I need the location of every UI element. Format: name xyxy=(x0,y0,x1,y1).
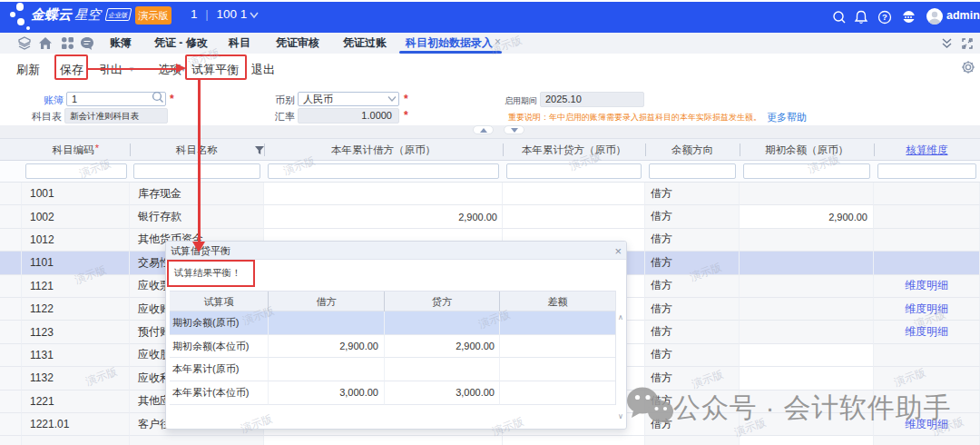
svg-text:?: ? xyxy=(882,12,887,22)
